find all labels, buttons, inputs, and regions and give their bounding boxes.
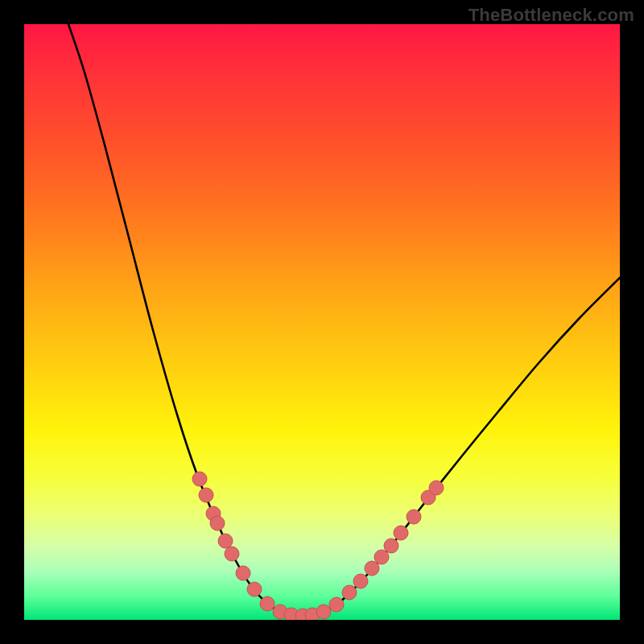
plot-area — [24, 24, 620, 620]
curve-layer — [24, 24, 620, 620]
marker-dot — [236, 566, 250, 580]
marker-dot — [342, 585, 357, 600]
watermark-text: TheBottleneck.com — [469, 5, 634, 26]
marker-dot — [394, 526, 408, 540]
marker-dot — [210, 516, 225, 530]
marker-dot — [225, 547, 239, 561]
marker-dot — [384, 539, 398, 553]
marker-dot — [199, 488, 213, 502]
marker-dot — [329, 597, 344, 612]
marker-dot — [365, 561, 379, 576]
marker-dot — [247, 582, 262, 597]
marker-dot — [192, 472, 207, 486]
marker-dot — [374, 550, 389, 564]
marker-dot — [260, 597, 275, 611]
marker-dot — [353, 574, 368, 588]
chart-container: TheBottleneck.com — [0, 0, 644, 644]
marker-dot — [218, 534, 233, 548]
marker-dot — [429, 481, 444, 495]
marker-dot — [407, 510, 421, 524]
bottleneck-curve — [68, 24, 620, 617]
marker-dot — [316, 605, 331, 619]
marker-points — [192, 472, 444, 620]
